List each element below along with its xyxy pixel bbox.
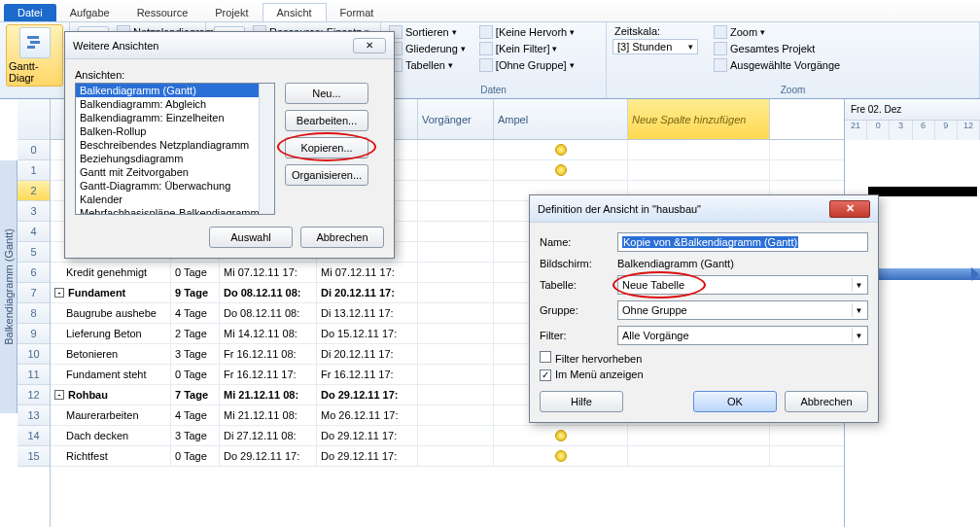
select-button[interactable]: Auswahl <box>209 227 293 248</box>
filter-icon <box>479 42 493 55</box>
tab-format[interactable]: Format <box>327 4 388 21</box>
more-views-dialog: Weitere Ansichten ✕ Ansichten: Balkendia… <box>64 31 395 259</box>
table-row[interactable]: Richtfest0 TageDo 29.12.11 17:Do 29.12.1… <box>51 446 844 467</box>
ampel-icon <box>555 430 567 441</box>
group-combo[interactable]: [Ohne Gruppe]▾ <box>477 57 577 73</box>
row-header[interactable]: 7 <box>18 283 50 303</box>
group-combo[interactable]: Ohne Gruppe▼ <box>617 300 868 320</box>
group-data: Daten <box>387 84 600 96</box>
row-header[interactable]: 3 <box>18 201 50 222</box>
view-side-tab[interactable]: Balkendiagramm (Gantt) <box>0 160 18 413</box>
tab-project[interactable]: Projekt <box>201 4 262 21</box>
tab-view[interactable]: Ansicht <box>262 3 327 21</box>
list-item[interactable]: Kalender <box>76 193 274 206</box>
svg-rect-2 <box>27 46 35 49</box>
row-header[interactable]: 5 <box>18 242 50 263</box>
row-header[interactable]: 2 <box>18 181 50 201</box>
view-definition-title: Definition der Ansicht in "hausbau" <box>538 203 701 215</box>
highlight-combo[interactable]: [Keine Hervorh▾ <box>477 24 577 40</box>
menu-tabs: Datei Aufgabe Ressource Projekt Ansicht … <box>0 0 980 21</box>
row-header[interactable]: 6 <box>18 263 50 283</box>
svg-rect-0 <box>27 36 39 39</box>
col-predecessors[interactable]: Vorgänger <box>418 99 494 139</box>
row-header[interactable]: 13 <box>18 405 50 426</box>
ampel-icon <box>555 144 567 156</box>
row-header[interactable]: 1 <box>18 160 50 181</box>
gantt-timescale-ticks: 21036912 <box>845 121 980 141</box>
zoom-icon <box>714 25 727 39</box>
chevron-down-icon: ▼ <box>852 329 865 342</box>
list-item[interactable]: Beziehungsdiagramm <box>76 152 274 165</box>
row-header[interactable]: 15 <box>18 446 50 467</box>
chevron-down-icon: ▼ <box>852 278 865 292</box>
edit-button[interactable]: Bearbeiten... <box>285 110 368 131</box>
ok-button[interactable]: OK <box>693 391 777 412</box>
views-listbox[interactable]: Balkendiagramm (Gantt) Balkendiagramm: A… <box>75 83 275 215</box>
col-add-new[interactable]: Neue Spalte hinzufügen <box>628 99 770 139</box>
gantt-diagram-button[interactable]: Gantt-Diagr <box>6 24 63 87</box>
table-combo[interactable]: Neue Tabelle▼ <box>617 275 868 295</box>
list-item[interactable]: Balkendiagramm: Abgleich <box>76 97 274 111</box>
zoom-menu[interactable]: Zoom▾ <box>712 24 842 40</box>
row-header[interactable]: 11 <box>18 365 50 385</box>
chevron-down-icon: ▼ <box>852 303 865 317</box>
close-button[interactable]: ✕ <box>829 200 870 218</box>
tab-file[interactable]: Datei <box>4 4 56 21</box>
cancel-button[interactable]: Abbrechen <box>785 391 868 412</box>
annotation-circle <box>612 271 706 299</box>
tab-resource[interactable]: Ressource <box>123 4 202 21</box>
timescale-label: Zeitskala: <box>612 24 698 38</box>
list-item[interactable]: Mehrfachbasispläne-Balkendiagramm <box>76 206 274 215</box>
ampel-icon <box>555 450 567 462</box>
group-zoom: Zoom <box>612 84 973 96</box>
show-in-menu-label: Im Menü anzeigen <box>555 369 644 380</box>
list-item[interactable]: Gantt-Diagramm: Überwachung <box>76 179 274 193</box>
row-header[interactable]: 9 <box>18 324 50 344</box>
filter-combo[interactable]: Alle Vorgänge▼ <box>617 326 868 345</box>
col-ampel[interactable]: Ampel <box>494 99 628 139</box>
timescale-combo[interactable]: [3] Stunden▾ <box>612 39 698 54</box>
table-row[interactable]: Dach decken3 TageDi 27.12.11 08:Do 29.12… <box>51 426 844 446</box>
filter-combo[interactable]: [Kein Filter]▾ <box>477 41 577 56</box>
tables-menu[interactable]: Tabellen▾ <box>387 57 468 73</box>
gantt-timescale-top: Fre 02. Dez <box>845 99 980 121</box>
view-definition-dialog: Definition der Ansicht in "hausbau" ✕ Na… <box>529 194 879 423</box>
outline-menu[interactable]: Gliederung▾ <box>387 41 468 56</box>
organize-button[interactable]: Organisieren... <box>285 164 368 186</box>
list-item[interactable]: Balkendiagramm (Gantt) <box>76 84 274 97</box>
row-header[interactable]: 14 <box>18 426 50 446</box>
annotation-circle <box>277 132 376 161</box>
entire-project-icon <box>714 42 727 55</box>
name-input[interactable]: Kopie von &Balkendiagramm (Gantt) <box>617 232 868 252</box>
list-item[interactable]: Beschreibendes Netzplandiagramm <box>76 138 274 152</box>
help-button[interactable]: Hilfe <box>540 391 623 412</box>
new-button[interactable]: Neu... <box>285 83 368 104</box>
row-header[interactable]: 12 <box>18 385 50 405</box>
selected-tasks-btn[interactable]: Ausgewählte Vorgänge <box>712 57 842 73</box>
close-button[interactable]: ✕ <box>353 38 386 53</box>
row-headers: 0123456789101112131415 <box>18 99 51 527</box>
highlight-filter-checkbox[interactable] <box>540 351 551 363</box>
row-header[interactable]: 4 <box>18 222 50 242</box>
list-item[interactable]: Balkendiagramm: Einzelheiten <box>76 111 274 124</box>
tab-task[interactable]: Aufgabe <box>56 4 123 21</box>
name-label: Name: <box>540 236 610 248</box>
scrollbar[interactable] <box>259 84 274 214</box>
cancel-button[interactable]: Abbrechen <box>300 227 384 248</box>
gantt-task-bar[interactable] <box>868 268 980 280</box>
svg-rect-1 <box>30 41 40 44</box>
gantt-bar-arrow-icon <box>971 267 979 281</box>
row-header[interactable]: 0 <box>18 140 50 160</box>
highlight-filter-label: Filter hervorheben <box>555 353 642 365</box>
show-in-menu-checkbox[interactable]: ✓ <box>540 369 551 381</box>
entire-project-btn[interactable]: Gesamtes Projekt <box>712 41 842 56</box>
sort-menu[interactable]: Sortieren▾ <box>387 24 468 40</box>
selected-tasks-icon <box>714 58 727 72</box>
list-item[interactable]: Gantt mit Zeitvorgaben <box>76 165 274 179</box>
row-header[interactable]: 8 <box>18 303 50 324</box>
gantt-summary-bar[interactable] <box>868 187 977 196</box>
list-item[interactable]: Balken-Rollup <box>76 124 274 138</box>
views-label: Ansichten: <box>75 69 384 81</box>
row-header[interactable]: 10 <box>18 344 50 365</box>
screen-label: Bildschirm: <box>540 258 610 269</box>
